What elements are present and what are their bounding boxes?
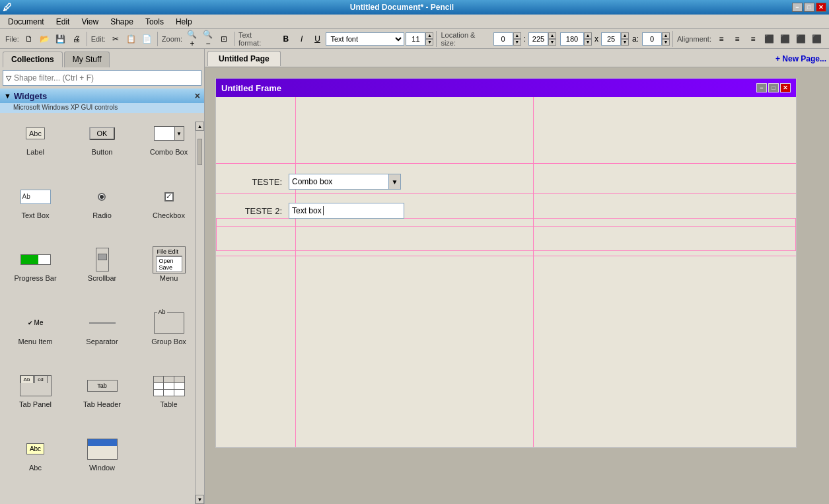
search-bar: ▽ — [0, 67, 204, 89]
maximize-button[interactable]: □ — [804, 3, 814, 12]
canvas-scroll[interactable]: Untitled Frame − □ ✕ — [205, 67, 829, 504]
search-input[interactable] — [14, 73, 198, 83]
menu-view[interactable]: View — [76, 16, 104, 28]
widget-item-checkbox[interactable]: ✓ Checkbox — [136, 179, 201, 241]
scrollbar-icon — [86, 246, 119, 273]
close-button[interactable]: ✕ — [816, 3, 826, 12]
combobox-value: Combo box — [289, 177, 388, 186]
combobox-dropdown-button[interactable]: ▼ — [388, 174, 400, 189]
new-page-button[interactable]: + New Page... — [775, 54, 826, 63]
angle-up[interactable]: ▲ — [662, 32, 670, 39]
scroll-up-button[interactable]: ▲ — [196, 122, 204, 131]
widget-item-separator[interactable]: Separator — [69, 305, 135, 367]
page-tab-untitled[interactable]: Untitled Page — [207, 51, 281, 66]
zoom-out-button[interactable]: 🔍− — [201, 32, 215, 46]
location-x-down[interactable]: ▼ — [513, 39, 521, 46]
font-size-input[interactable] — [406, 32, 425, 46]
copy-button[interactable]: 📋 — [124, 32, 139, 46]
widget-item-label2[interactable]: Abc Abc — [3, 431, 68, 493]
new-file-button[interactable]: 🗋 — [22, 32, 36, 46]
scroll-down-button[interactable]: ▼ — [196, 495, 204, 504]
widget-item-tabheader[interactable]: Tab Tab Header — [69, 368, 135, 430]
combobox-widget[interactable]: Combo box ▼ — [289, 174, 401, 190]
align-center-button[interactable]: ≡ — [730, 32, 744, 46]
label2-icon: Abc — [19, 436, 52, 462]
window-widget-name: Window — [89, 464, 115, 472]
widget-scrollbar[interactable]: ▲ ▼ — [195, 122, 204, 504]
toolbar-edit-section: Edit: ✂ 📋 📄 — [89, 32, 158, 46]
progressbar-icon — [19, 246, 52, 273]
open-file-button[interactable]: 📂 — [38, 32, 52, 46]
distribute-h-button[interactable]: ⬛ — [809, 32, 824, 46]
menu-bar: Document Edit View Shape Tools Help — [0, 15, 829, 29]
tab-mystuff[interactable]: My Stuff — [64, 52, 110, 67]
font-size-up[interactable]: ▲ — [425, 32, 433, 39]
cut-button[interactable]: ✂ — [108, 32, 123, 46]
close-widget-button[interactable]: × — [195, 90, 200, 101]
checkbox-widget-name: Checkbox — [153, 211, 185, 219]
widget-item-tabpanel[interactable]: Ab cd Tab Panel — [3, 368, 68, 430]
font-family-select[interactable]: Text font — [326, 32, 404, 46]
font-size-spinner[interactable]: ▲ ▼ — [406, 32, 433, 46]
scroll-thumb[interactable] — [198, 139, 202, 165]
italic-button[interactable]: I — [295, 32, 309, 46]
widget-item-menuitem[interactable]: ✔ Me Menu Item — [3, 305, 68, 367]
location-y-up[interactable]: ▲ — [548, 32, 556, 39]
menu-help[interactable]: Help — [170, 16, 198, 28]
widget-item-radio[interactable]: Radio — [69, 179, 135, 241]
combobox-widget-name: Combo Box — [150, 148, 188, 156]
widget-item-scrollbar[interactable]: Scrollbar — [69, 242, 135, 304]
location-x-up[interactable]: ▲ — [513, 32, 521, 39]
angle-input[interactable] — [642, 32, 662, 46]
align-middle-button[interactable]: ⬛ — [777, 32, 792, 46]
widget-item-combobox[interactable]: ▼ Combo Box — [136, 116, 201, 178]
align-bottom-button[interactable]: ⬛ — [793, 32, 808, 46]
textbox-value: Text box — [292, 206, 322, 215]
tab-collections[interactable]: Collections — [3, 52, 63, 67]
widget-item-button[interactable]: OK Button — [69, 116, 135, 178]
menu-edit[interactable]: Edit — [51, 16, 75, 28]
frame-close-button[interactable]: ✕ — [780, 83, 791, 92]
form-row-1: TESTE: Combo box ▼ — [229, 174, 783, 190]
minimize-button[interactable]: − — [792, 3, 803, 12]
widget-item-textbox[interactable]: Ab Text Box — [3, 179, 68, 241]
align-right-button[interactable]: ≡ — [746, 32, 760, 46]
paste-button[interactable]: 📄 — [140, 32, 155, 46]
widget-item-menu[interactable]: File Edit Open Save Menu — [136, 242, 201, 304]
tabheader-icon: Tab — [86, 373, 119, 399]
widget-item-window[interactable]: Window — [69, 431, 135, 493]
textbox-widget[interactable]: Text box — [289, 203, 404, 219]
expand-icon[interactable]: ▼ — [4, 92, 11, 100]
location-y-input[interactable] — [528, 32, 548, 46]
widget-item-label[interactable]: Abc Label — [3, 116, 68, 178]
zoom-fit-button[interactable]: ⊡ — [217, 32, 231, 46]
frame-minimize-button[interactable]: − — [756, 83, 767, 92]
size-w-down[interactable]: ▼ — [584, 39, 592, 46]
frame-maximize-button[interactable]: □ — [768, 83, 779, 92]
menu-tools[interactable]: Tools — [140, 16, 169, 28]
widget-item-progressbar[interactable]: Progress Bar — [3, 242, 68, 304]
size-h-down[interactable]: ▼ — [621, 39, 629, 46]
menu-shape[interactable]: Shape — [105, 16, 139, 28]
textbox-icon: Ab — [19, 184, 52, 210]
menuitem-widget-name: Menu Item — [18, 338, 53, 345]
angle-down[interactable]: ▼ — [662, 39, 670, 46]
size-h-input[interactable] — [601, 32, 621, 46]
widget-item-table[interactable]: Table — [136, 368, 201, 430]
font-size-down[interactable]: ▼ — [425, 39, 433, 46]
zoom-in-button[interactable]: 🔍+ — [185, 32, 199, 46]
print-button[interactable]: 🖨 — [69, 32, 84, 46]
size-w-up[interactable]: ▲ — [584, 32, 592, 39]
menu-document[interactable]: Document — [3, 16, 50, 28]
align-left-button[interactable]: ≡ — [714, 32, 729, 46]
left-panel: Collections My Stuff ▽ ▼ Widgets × Micro… — [0, 49, 205, 504]
size-w-input[interactable] — [560, 32, 584, 46]
bold-button[interactable]: B — [279, 32, 293, 46]
save-file-button[interactable]: 💾 — [54, 32, 68, 46]
underline-button[interactable]: U — [310, 32, 325, 46]
widget-item-groupbox[interactable]: Ab Group Box — [136, 305, 201, 367]
align-top-button[interactable]: ⬛ — [762, 32, 776, 46]
location-y-down[interactable]: ▼ — [548, 39, 556, 46]
location-x-input[interactable] — [493, 32, 513, 46]
size-h-up[interactable]: ▲ — [621, 32, 629, 39]
